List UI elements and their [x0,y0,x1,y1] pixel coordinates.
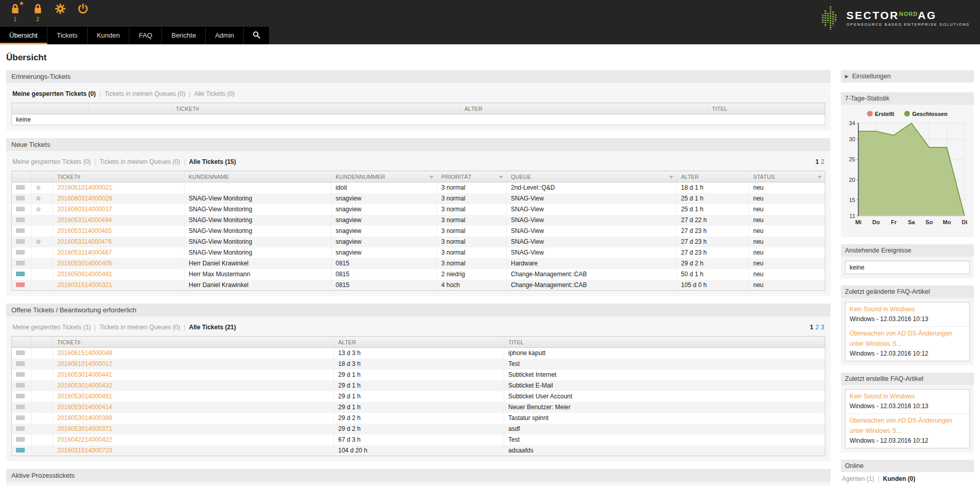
page-1[interactable]: 1 [816,158,819,165]
ticket-link[interactable]: 2016060314000017 [57,206,112,213]
view-tab[interactable]: Meine gesperrten Tickets (0) [12,158,91,165]
ticket-link[interactable]: 2016053014000432 [57,382,112,389]
view-tab[interactable]: Agenten (1) [842,475,874,482]
ticket-link[interactable]: 2016061514000049 [57,349,112,357]
stats-widget-header[interactable]: 7-Tage-Statistik [841,92,974,105]
filter-icon[interactable] [669,176,673,179]
ticket-link[interactable]: 2016053114000485 [57,227,112,234]
view-tab[interactable]: Alle Tickets (15) [189,158,236,165]
ticket-link[interactable]: 2016053014000405 [57,260,112,267]
settings-toggle[interactable]: ▶ Einstellungen [841,70,974,82]
view-tab[interactable]: Tickets in meinen Queues (0) [99,324,180,331]
nav-tab-uebersicht[interactable]: Übersicht [0,27,47,44]
ticket-link[interactable]: 2016053014000371 [57,425,112,432]
new-tickets-widget-header[interactable]: Neue Tickets [6,138,830,151]
column-header-priorit-t[interactable]: PRIORITÄT [437,171,507,182]
column-header-alter[interactable]: ALTER [677,171,749,182]
view-tab[interactable]: Meine gesperrten Tickets (1) [12,324,91,331]
ticket-row[interactable]: 201605301400037129 d 2 hasdf [12,424,825,434]
column-header-ticket-[interactable]: TICKET# [53,337,334,348]
faq-changed-widget-header[interactable]: Zuletzt geänderte FAQ-Artikel [841,286,974,298]
page-3[interactable]: 3 [821,324,824,331]
faq-created-widget-header[interactable]: Zuletzt erstellte FAQ-Artikel [841,373,974,385]
ticket-row[interactable]: 201605301400043229 d 1 hSubticket E-Mail [12,380,825,391]
watch-star-icon[interactable]: ☆ [31,182,53,193]
faq-article-link[interactable]: Überwachen von AD DS-Änderungen unter Wi… [850,416,965,435]
page-1[interactable]: 1 [810,324,813,331]
online-widget-header[interactable]: Online [841,460,974,472]
page-2[interactable]: 2 [816,324,819,331]
ticket-link[interactable]: 2016053014000441 [57,371,112,378]
ticket-link[interactable]: 2016050914000491 [57,271,112,278]
ticket-link[interactable]: 2016053114000476 [57,238,112,245]
column-header-status[interactable]: STATUS [749,171,825,182]
view-tab[interactable]: Alle Tickets (0) [194,90,235,97]
events-widget-header[interactable]: Anstehende Ereignisse [841,244,974,257]
reminder-widget-header[interactable]: Erinnerungs-Tickets [6,70,830,83]
nav-search-button[interactable] [244,27,270,44]
ticket-row[interactable]: 201604221400042267 d 3 hTest [12,434,825,445]
column-header-alter[interactable]: ALTER [460,103,708,114]
ticket-row[interactable]: 201605301400044129 d 1 hSubticket Intern… [12,370,825,380]
column-header-titel[interactable]: TITEL [708,103,825,114]
column-header-kundenname[interactable]: KUNDENNAME [185,171,331,182]
ticket-row[interactable]: 2016053114000467SNAG-View Monitoringsnag… [12,247,825,258]
ticket-link[interactable]: 2016053014000389 [57,414,112,422]
filter-icon[interactable] [818,176,822,179]
locked-tickets-button[interactable]: ★ 1 [7,3,23,22]
faq-article-link[interactable]: Kein Sound in Windows [850,305,965,314]
ticket-row[interactable]: 2016053114000485SNAG-View Monitoringsnag… [12,226,825,237]
nav-tab-kunden[interactable]: Kunden [88,27,130,44]
ticket-link[interactable]: 2016061014000012 [57,360,112,367]
nav-tab-faq[interactable]: FAQ [129,27,162,44]
watch-star-icon[interactable]: ☆ [31,204,53,215]
faq-article-link[interactable]: Kein Sound in Windows [850,392,965,401]
ticket-link[interactable]: 2016053014000414 [57,404,112,411]
ticket-row[interactable]: 201605301400045129 d 1 hSubticket User A… [12,391,825,402]
view-tab[interactable]: Tickets in meinen Queues (0) [99,158,180,165]
ticket-row[interactable]: ☆2016053114000476SNAG-View Monitoringsna… [12,237,825,247]
ticket-row[interactable]: 2016050914000491Herr Max Mustermann08152… [12,269,825,280]
ticket-link[interactable]: 2016042214000422 [57,436,112,443]
ticket-row[interactable]: 2016053114000494SNAG-View Monitoringsnag… [12,215,825,226]
column-header-ticket-[interactable]: TICKET# [53,171,185,182]
page-2[interactable]: 2 [821,158,824,165]
column-header-titel[interactable]: TITEL [504,337,825,348]
nav-tab-tickets[interactable]: Tickets [47,27,88,44]
ticket-row[interactable]: 201606151400004913 d 3 hiphone kaputt [12,348,825,359]
view-tab[interactable]: Kunden (0) [883,475,916,482]
ticket-link[interactable]: 2016053114000467 [57,249,112,256]
ticket-link[interactable]: 2016053014000451 [57,393,112,400]
view-tab[interactable]: Tickets in meinen Queues (0) [105,90,185,97]
preferences-button[interactable] [53,3,68,15]
ticket-row[interactable]: 201605301400038929 d 2 hTastatur spinnt [12,413,825,424]
ticket-row[interactable]: ☆2016060314000017SNAG-View Monitoringsna… [12,204,825,215]
watched-tickets-button[interactable]: 2 [30,3,45,22]
filter-icon[interactable] [429,176,434,179]
ticket-row[interactable]: ☆2016060314000026SNAG-View Monitoringsna… [12,193,825,204]
faq-article-link[interactable]: Überwachen von AD DS-Änderungen unter Wi… [850,329,965,348]
logout-button[interactable] [75,3,91,15]
view-tab[interactable]: Meine gesperrten Tickets (0) [12,90,96,97]
ticket-link[interactable]: 2016031514000723 [57,447,112,454]
process-tickets-widget-header[interactable]: Aktive Prozesstickets [6,469,830,482]
nav-tab-admin[interactable]: Admin [206,27,244,44]
watch-star-icon[interactable]: ☆ [31,193,53,204]
column-header-alter[interactable]: ALTER [334,337,504,348]
ticket-link[interactable]: 2016061014000021 [57,184,112,191]
ticket-row[interactable]: 2016031514000723104 d 20 hadsaafds [12,445,825,456]
ticket-link[interactable]: 2016031514000321 [57,281,112,289]
filter-icon[interactable] [499,176,503,179]
view-tab[interactable]: Alle Tickets (21) [189,324,236,331]
column-header-ticket-[interactable]: TICKET# [172,103,460,114]
open-tickets-widget-header[interactable]: Offene Tickets / Beantwortung erforderli… [6,304,830,316]
column-header-queue[interactable]: QUEUE [507,171,677,182]
column-header-kundennummer[interactable]: KUNDENNUMMER [331,171,437,182]
nav-tab-berichte[interactable]: Berichte [162,27,206,44]
ticket-row[interactable]: 2016053014000405Herr Daniel Krawinkel081… [12,258,825,269]
watch-star-icon[interactable]: ☆ [31,237,53,247]
ticket-row[interactable]: 2016031514000321Herr Daniel Krawinkel081… [12,280,825,291]
ticket-row[interactable]: ☆2016061014000021idoit3 normal2nd-Level:… [12,182,825,193]
ticket-row[interactable]: 201605301400041429 d 1 hNeuer Benutzer: … [12,402,825,413]
ticket-link[interactable]: 2016060314000026 [57,195,112,202]
